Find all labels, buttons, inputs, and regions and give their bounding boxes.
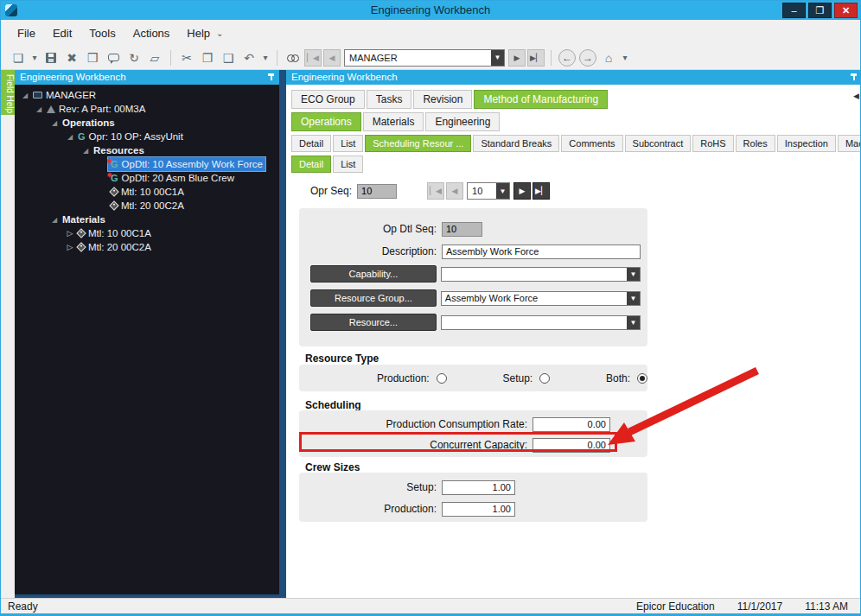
expander-icon[interactable]: ◢ bbox=[34, 105, 44, 113]
tree-node-opdtl-10[interactable]: GOpDtl: 10 Assembly Work Force bbox=[15, 157, 279, 171]
save-button[interactable] bbox=[42, 49, 60, 67]
expander-icon[interactable]: ◢ bbox=[49, 216, 60, 224]
tab-materials[interactable]: Materials bbox=[363, 112, 424, 131]
tab-eco-group[interactable]: ECO Group bbox=[291, 90, 365, 109]
expander-icon[interactable]: ◢ bbox=[49, 119, 60, 127]
tab-method-of-manufacturing[interactable]: Method of Manufacturing bbox=[474, 90, 608, 109]
tab-inspection[interactable]: Inspection bbox=[777, 135, 836, 152]
back-button[interactable]: ← bbox=[558, 49, 576, 67]
tree-node-operations[interactable]: ◢ Operations bbox=[15, 116, 279, 130]
memo-button[interactable] bbox=[105, 49, 122, 67]
tab-op-detail[interactable]: Detail bbox=[291, 135, 331, 152]
crew-setup-field[interactable] bbox=[442, 480, 515, 495]
tree-node-materials-mtl-20[interactable]: ▷ Mtl: 20 00C2A bbox=[15, 240, 279, 254]
production-radio[interactable] bbox=[437, 373, 447, 384]
tab-sched-list[interactable]: List bbox=[333, 156, 363, 173]
paste-button[interactable]: ❑ bbox=[220, 49, 237, 67]
tree-node-opdtl-20[interactable]: GOpDtl: 20 Asm Blue Crew bbox=[15, 171, 279, 185]
search-button[interactable] bbox=[284, 49, 302, 67]
dropdown-icon[interactable]: ▼ bbox=[496, 183, 509, 199]
expander-icon[interactable]: ▷ bbox=[65, 243, 75, 251]
field-help-tab[interactable]: Field Help bbox=[1, 70, 15, 115]
tab-scheduling-resources[interactable]: Scheduling Resour ... bbox=[365, 135, 471, 152]
last-record-button[interactable]: ▶▏ bbox=[527, 49, 545, 67]
expander-icon[interactable]: ◢ bbox=[20, 92, 30, 99]
nav-dropdown-icon[interactable]: ▾ bbox=[621, 49, 629, 67]
first-record-button[interactable]: ▏◀ bbox=[304, 49, 322, 67]
resource-group-field[interactable] bbox=[441, 291, 641, 306]
opr-first-button[interactable]: ▏◀ bbox=[427, 182, 444, 200]
tab-engineering[interactable]: Engineering bbox=[425, 112, 500, 131]
tab-rohs[interactable]: RoHS bbox=[692, 135, 733, 152]
tab-op-list[interactable]: List bbox=[333, 135, 363, 152]
menu-edit[interactable]: Edit bbox=[45, 23, 80, 43]
undo-button[interactable]: ↶ bbox=[240, 49, 258, 67]
copy-button[interactable]: ❐ bbox=[199, 49, 216, 67]
tab-standard-breaks[interactable]: Standard Breaks bbox=[473, 135, 559, 152]
tab-machine-mes[interactable]: Machine MES bbox=[838, 135, 861, 152]
tree-node-manager[interactable]: ◢ MANAGER bbox=[15, 88, 279, 102]
next-record-button[interactable]: ▶ bbox=[508, 49, 526, 67]
pin-icon[interactable] bbox=[268, 73, 274, 80]
crew-production-field[interactable] bbox=[442, 502, 515, 517]
dropdown-icon[interactable]: ▼ bbox=[627, 268, 640, 281]
menu-help[interactable]: Help bbox=[179, 23, 218, 43]
opr-last-button[interactable]: ▶▏ bbox=[533, 182, 550, 200]
both-radio[interactable] bbox=[637, 373, 647, 384]
pin-icon[interactable] bbox=[851, 73, 857, 80]
clean-button[interactable]: ▱ bbox=[146, 49, 163, 67]
menu-actions[interactable]: Actions bbox=[125, 23, 178, 43]
home-button[interactable]: ⌂ bbox=[600, 49, 617, 67]
user-combo[interactable]: MANAGER ▼ bbox=[344, 49, 505, 67]
tree-node-revision[interactable]: ◢ Rev: A Part: 00M3A bbox=[15, 102, 279, 116]
tree-node-materials-mtl-10[interactable]: ▷ Mtl: 10 00C1A bbox=[15, 226, 279, 240]
expander-icon[interactable]: ◢ bbox=[65, 133, 75, 141]
minimize-button[interactable]: – bbox=[782, 3, 806, 18]
tree-node-resources[interactable]: ◢ Resources bbox=[15, 143, 279, 157]
tab-comments[interactable]: Comments bbox=[561, 135, 622, 152]
refresh-button[interactable]: ↻ bbox=[125, 49, 143, 67]
resource-combo[interactable]: ▼ bbox=[441, 315, 641, 330]
dropdown-icon[interactable]: ▼ bbox=[627, 292, 640, 305]
tab-operations[interactable]: Operations bbox=[291, 112, 361, 131]
expander-icon[interactable]: ▷ bbox=[65, 229, 75, 238]
tab-tasks[interactable]: Tasks bbox=[367, 90, 412, 109]
delete-button[interactable]: ✖ bbox=[63, 49, 80, 67]
opr-seq-combo[interactable]: 10 ▼ bbox=[467, 182, 510, 200]
tree-node-materials[interactable]: ◢ Materials bbox=[15, 213, 279, 226]
setup-radio[interactable] bbox=[539, 373, 550, 384]
forward-button[interactable]: → bbox=[579, 49, 596, 67]
capability-combo[interactable]: ▼ bbox=[441, 267, 641, 282]
resource-button[interactable]: Resource... bbox=[310, 314, 437, 331]
capability-field[interactable] bbox=[441, 267, 641, 282]
tab-roles[interactable]: Roles bbox=[736, 135, 775, 152]
concurrent-capacity-field[interactable] bbox=[533, 438, 610, 453]
opr-next-button[interactable]: ▶ bbox=[513, 182, 531, 200]
expander-icon[interactable]: ◢ bbox=[80, 147, 91, 155]
menu-file[interactable]: File bbox=[10, 23, 43, 43]
capability-button[interactable]: Capability... bbox=[310, 265, 437, 283]
tab-scroll-icon[interactable]: ◀ bbox=[853, 92, 859, 100]
clear-button[interactable]: ❒ bbox=[84, 49, 101, 67]
tree-node-mtl-20[interactable]: Mtl: 20 00C2A bbox=[15, 199, 279, 213]
new-dropdown-icon[interactable]: ▾ bbox=[30, 49, 39, 67]
resource-group-button[interactable]: Resource Group... bbox=[310, 289, 437, 307]
close-button[interactable]: ✕ bbox=[834, 3, 858, 18]
tab-subcontract[interactable]: Subcontract bbox=[625, 135, 692, 152]
maximize-button[interactable]: ❒ bbox=[808, 3, 832, 18]
dropdown-icon[interactable]: ▼ bbox=[627, 316, 640, 329]
resource-field[interactable] bbox=[441, 315, 641, 330]
menu-tools[interactable]: Tools bbox=[81, 23, 123, 43]
new-button[interactable]: ❏ bbox=[10, 49, 27, 67]
tab-revision[interactable]: Revision bbox=[413, 90, 472, 109]
dropdown-icon[interactable]: ▼ bbox=[491, 50, 504, 66]
previous-record-button[interactable]: ◀ bbox=[323, 49, 341, 67]
opr-previous-button[interactable]: ◀ bbox=[446, 182, 463, 200]
tree-node-mtl-10[interactable]: Mtl: 10 00C1A bbox=[15, 185, 279, 199]
production-consumption-rate-field[interactable] bbox=[533, 417, 610, 432]
tab-sched-detail[interactable]: Detail bbox=[291, 156, 331, 173]
panel-splitter[interactable] bbox=[279, 70, 286, 600]
undo-dropdown-icon[interactable]: ▾ bbox=[261, 49, 270, 67]
description-field[interactable] bbox=[442, 244, 641, 259]
cut-button[interactable]: ✂ bbox=[178, 49, 195, 67]
